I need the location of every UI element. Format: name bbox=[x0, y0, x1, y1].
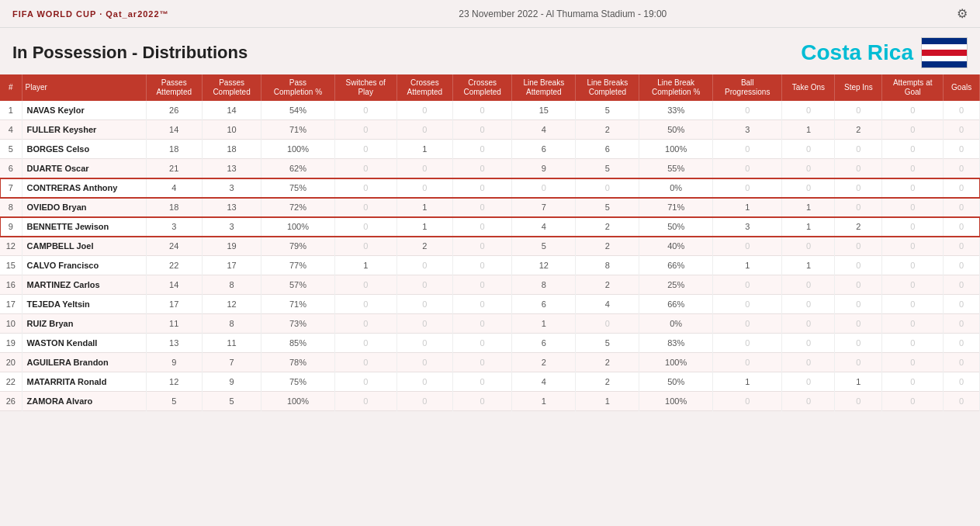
col-att-goal: Attempts atGoal bbox=[882, 74, 944, 101]
match-info: 23 November 2022 - Al Thumama Stadium - … bbox=[459, 9, 667, 19]
col-step-ins: Step Ins bbox=[835, 74, 882, 101]
top-bar: FIFA WORLD CUP · Qat_ar2022™ 23 November… bbox=[0, 0, 980, 28]
col-switches: Switches ofPlay bbox=[334, 74, 397, 101]
table-row: 8OVIEDO Bryan181372%0107571%11000 bbox=[0, 198, 980, 217]
logo: FIFA WORLD CUP · Qat_ar2022™ bbox=[12, 9, 169, 19]
team-name: Costa Rica bbox=[801, 40, 913, 65]
table-row: 9BENNETTE Jewison33100%0104250%31200 bbox=[0, 217, 980, 237]
col-crosses-attempted: CrossesAttempted bbox=[397, 74, 452, 101]
table-row: 7CONTRERAS Anthony4375%000000%00000 bbox=[0, 178, 980, 198]
table-row: 20AGUILERA Brandon9778%00022100%00000 bbox=[0, 353, 980, 372]
table-row: 22MATARRITA Ronald12975%0004250%10100 bbox=[0, 372, 980, 392]
team-section: Costa Rica bbox=[801, 37, 968, 68]
col-num: # bbox=[0, 74, 22, 101]
table-row: 6DUARTE Oscar211362%0009555%00000 bbox=[0, 159, 980, 178]
table-row: 4FULLER Keysher141071%0004250%31200 bbox=[0, 120, 980, 140]
table-row: 10RUIZ Bryan11873%000100%00000 bbox=[0, 314, 980, 334]
settings-icon[interactable]: ⚙ bbox=[957, 6, 968, 21]
table-row: 1NAVAS Keylor261454%00015533%00000 bbox=[0, 101, 980, 120]
table-row: 12CAMPBELL Joel241979%0205240%00000 bbox=[0, 237, 980, 256]
col-player: Player bbox=[22, 74, 146, 101]
page-title: In Possession - Distributions bbox=[12, 43, 248, 63]
col-goals: Goals bbox=[944, 74, 980, 101]
table-row: 16MARTINEZ Carlos14857%0008225%00000 bbox=[0, 275, 980, 295]
col-take-ons: Take Ons bbox=[782, 74, 835, 101]
col-lb-attempted: Line BreaksAttempted bbox=[512, 74, 576, 101]
table-container: # Player PassesAttempted PassesCompleted… bbox=[0, 74, 980, 411]
table-row: 26ZAMORA Alvaro55100%00011100%00000 bbox=[0, 392, 980, 411]
col-passes-attempted: PassesAttempted bbox=[146, 74, 202, 101]
col-ball-prog: BallProgressions bbox=[713, 74, 782, 101]
col-crosses-completed: CrossesCompleted bbox=[453, 74, 512, 101]
table-header-row: # Player PassesAttempted PassesCompleted… bbox=[0, 74, 980, 101]
col-pass-completion: PassCompletion % bbox=[261, 74, 335, 101]
table-row: 5BORGES Celso1818100%01066100%00000 bbox=[0, 140, 980, 159]
col-lb-completed: Line BreaksCompleted bbox=[576, 74, 639, 101]
header-section: In Possession - Distributions Costa Rica bbox=[0, 28, 980, 74]
table-row: 19WASTON Kendall131185%0006583%00000 bbox=[0, 334, 980, 353]
table-row: 15CALVO Francisco221777%10012866%11000 bbox=[0, 256, 980, 275]
table-row: 17TEJEDA Yeltsin171271%0006466%00000 bbox=[0, 295, 980, 314]
stats-table: # Player PassesAttempted PassesCompleted… bbox=[0, 74, 980, 411]
costa-rica-flag bbox=[921, 37, 968, 68]
col-lb-completion: Line BreakCompletion % bbox=[639, 74, 713, 101]
col-passes-completed: PassesCompleted bbox=[202, 74, 261, 101]
